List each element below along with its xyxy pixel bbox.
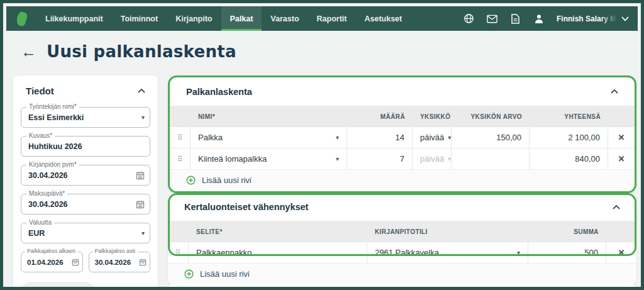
drag-handle[interactable]: ⠿ [170,127,191,148]
caret-down-icon: ▾ [517,249,520,256]
nav-item-raportit[interactable]: Raportit [308,6,356,31]
payroll-row-2-unit: päivää [420,154,444,164]
globe-icon[interactable] [464,13,474,24]
payroll-row-1-unit-select[interactable]: päivää▾ [413,127,452,148]
period-start-field[interactable]: Palkkajakso alkaen 01.04.2026 [21,252,83,272]
deduction-row-1: ⠿ Palkkaennakko 2961 Palkkavelka▾ 500 ✕ [168,242,636,263]
payroll-table: NIMI* MÄÄRÄ YKSIKKÖ YKSIKÖN ARVO YHTEENS… [170,106,635,169]
plus-circle-icon [184,269,194,279]
period-end-value: 30.04.2026 [95,259,137,266]
col-summa: SUMMA [528,221,606,242]
caret-down-icon: ▾ [142,114,145,121]
top-nav: Liikekumppanit Toiminnot Kirjanpito Palk… [6,6,638,31]
tiedot-collapse-button[interactable] [138,89,145,93]
mail-icon[interactable] [487,13,497,24]
col-yhteensa: YHTEENSÄ [530,106,608,126]
page-title: Uusi palkanlaskenta [47,42,236,61]
description-field[interactable]: Kuvaus* Huhtikuu 2026 [21,136,150,157]
accounting-date-value: 30.04.2026 [28,171,133,180]
user-icon[interactable] [533,13,544,24]
calendar-icon[interactable] [136,200,145,209]
accounting-date-field[interactable]: Kirjanpidon pvm* 30.04.2026 [21,165,150,186]
employee-name-label: Työntekijän nimi* [26,103,79,110]
payroll-row-1-total: 2 100,00 [530,127,608,148]
document-icon[interactable] [510,13,521,24]
deduction-row-1-description-input[interactable]: Palkkaennakko [189,242,367,263]
drag-handle[interactable]: ⠿ [170,148,191,169]
caret-down-icon: ▾ [448,134,451,141]
payroll-row-1-unit-value-input[interactable]: 150,00 [452,127,530,148]
currency-label: Valuutta [26,219,54,226]
period-end-label: Palkkajakso asti [92,248,138,254]
nav-item-kirjanpito[interactable]: Kirjanpito [167,6,221,31]
chevron-down-icon [621,16,629,21]
calendar-icon[interactable] [72,259,79,266]
delete-row-button[interactable]: ✕ [606,242,636,263]
nav-item-asetukset[interactable]: Asetukset [355,6,411,31]
calendar-icon[interactable] [136,171,145,180]
payroll-row-2-name-select[interactable]: Kiinteä lomapalkka▾ [191,148,347,169]
col-maara: MÄÄRÄ [347,106,413,126]
deduction-row-1-account-select[interactable]: 2961 Palkkavelka▾ [367,242,528,263]
palkanlaskenta-panel-title: Palkanlaskenta [186,87,252,97]
payroll-row-2-amount-input[interactable]: 7 [347,148,413,169]
account-switcher[interactable]: Finnish Salary Module [557,14,629,23]
payroll-row-2-name: Kiinteä lomapalkka [198,154,267,164]
tiedot-panel: Tiedot Työntekijän nimi* Essi Esimerkki … [13,75,158,290]
app-logo[interactable] [6,6,36,31]
period-end-field[interactable]: Palkkajakso asti 30.04.2026 [89,252,151,272]
deductions-table: SELITE* KIRJANPITOTILI SUMMA ⠿ Palkkaenn… [168,221,636,263]
payroll-row-1-name-select[interactable]: Palkka▾ [191,127,347,148]
payment-date-field[interactable]: Maksupäivä* 30.04.2026 [21,194,150,215]
previous-month-button[interactable]: Edellinen kuukausi [100,282,173,290]
vahennykset-panel-title: Kertaluonteiset vähennykset [184,202,308,212]
employee-name-select[interactable]: Työntekijän nimi* Essi Esimerkki ▾ [21,107,150,128]
pay-period-row: Palkkajakso alkaen 01.04.2026 Palkkajaks… [21,243,150,272]
vahennykset-collapse-button[interactable] [613,205,620,209]
calendar-icon[interactable] [139,259,147,266]
payroll-row-1-amount-input[interactable]: 14 [347,127,413,148]
deductions-table-header: SELITE* KIRJANPITOTILI SUMMA [168,221,636,242]
payroll-row-1-name: Palkka [198,133,223,142]
nav-item-liikekumppanit[interactable]: Liikekumppanit [36,6,112,31]
palkanlaskenta-collapse-button[interactable] [611,89,618,94]
vahennykset-panel: Kertaluonteiset vähennykset SELITE* KIRJ… [168,193,636,285]
next-panel-partial [168,283,636,290]
add-row-label: Lisää uusi rivi [200,269,250,279]
back-arrow-icon[interactable]: ← [21,44,36,60]
leaf-logo-icon [14,11,28,27]
add-row-label: Lisää uusi rivi [202,176,252,185]
caret-down-icon: ▾ [142,230,145,237]
payroll-row-2-unit-select-disabled: päivää▾ [413,148,452,169]
this-month-button[interactable]: Tämä kuukausi [21,282,95,290]
payment-date-value: 30.04.2026 [28,200,133,209]
payroll-row-1: ⠿ Palkka▾ 14 päivää▾ 150,00 2 100,00 ✕ [170,126,635,148]
col-yksikko: YKSIKKÖ [413,106,452,126]
payroll-row-1-unit: päivää [420,133,444,142]
delete-row-button[interactable]: ✕ [608,127,635,148]
palkanlaskenta-panel: Palkanlaskenta NIMI* MÄÄRÄ YKSIKKÖ YKSIK… [168,75,636,193]
col-selite: SELITE* [189,221,367,242]
account-label: Finnish Salary Module [557,14,617,23]
payroll-row-2-total: 840,00 [530,148,608,169]
payroll-row-2-unit-value-input[interactable] [452,148,530,169]
nav-item-palkat[interactable]: Palkat [221,6,262,31]
payroll-row-2: ⠿ Kiinteä lomapalkka▾ 7 päivää▾ 840,00 ✕ [170,148,635,169]
payroll-add-row-button[interactable]: Lisää uusi rivi [170,169,635,191]
currency-value: EUR [28,229,138,238]
caret-down-icon: ▾ [448,155,451,162]
delete-row-button[interactable]: ✕ [608,148,635,169]
col-nimi: NIMI* [191,106,347,126]
caret-down-icon: ▾ [336,134,339,141]
caret-down-icon: ▾ [336,155,339,162]
tiedot-panel-title: Tiedot [26,86,54,96]
plus-circle-icon [186,176,196,185]
chevron-up-icon [138,89,145,93]
currency-select[interactable]: Valuutta EUR ▾ [21,223,150,243]
payroll-table-header: NIMI* MÄÄRÄ YKSIKKÖ YKSIKÖN ARVO YHTEENS… [170,106,635,126]
deduction-row-1-sum-input[interactable]: 500 [528,242,606,263]
nav-item-varasto[interactable]: Varasto [262,6,308,31]
drag-handle[interactable]: ⠿ [168,242,189,263]
deductions-add-row-button[interactable]: Lisää uusi rivi [168,263,636,285]
nav-item-toiminnot[interactable]: Toiminnot [112,6,167,31]
